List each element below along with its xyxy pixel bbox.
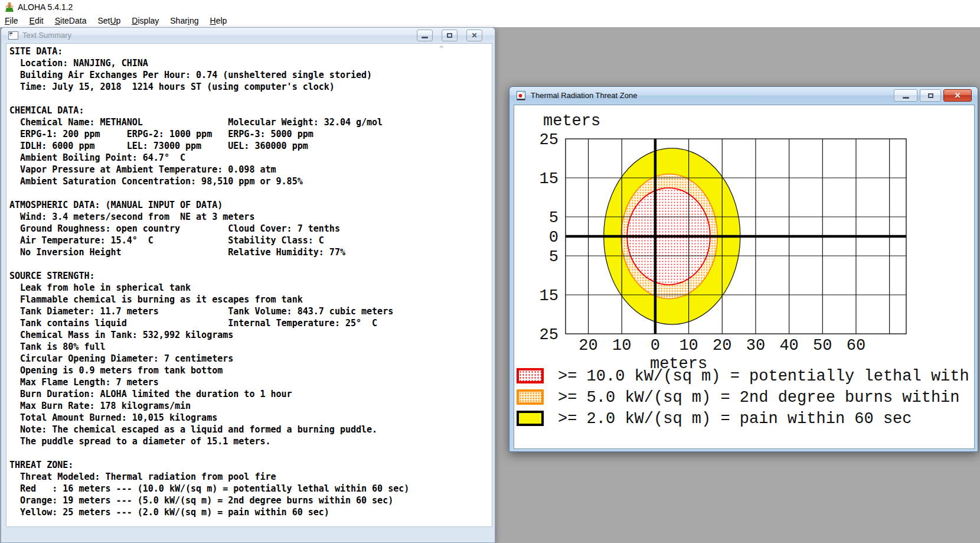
close-icon: ✕ [955, 92, 961, 99]
menu-item-file[interactable]: File [5, 16, 18, 25]
summary-text: SITE DATA: Location: NANJING, CHINA Buil… [9, 45, 409, 518]
y-tick-label: 25 [540, 326, 558, 344]
maximize-icon [447, 33, 452, 38]
minimize-button[interactable] [894, 89, 917, 102]
app-titlebar[interactable]: ALOHA 5.4.1.2 [0, 0, 980, 14]
menu-item-sharing[interactable]: Sharing [170, 16, 198, 25]
maximize-icon [928, 93, 933, 98]
close-button[interactable]: ✕ [466, 30, 482, 41]
minimize-button[interactable] [417, 30, 433, 41]
x-tick-label: 20 [579, 337, 597, 355]
y-tick-label: 25 [540, 131, 558, 149]
text-summary-titlebar[interactable]: Text Summary ✕ [1, 28, 495, 43]
y-tick-label: 15 [540, 170, 558, 188]
x-tick-label: 10 [612, 337, 631, 355]
menu-item-edit[interactable]: Edit [30, 16, 44, 25]
app-window-top: ALOHA 5.4.1.2 FileEditSiteDataSetUpDispl… [0, 0, 980, 27]
menu-item-help[interactable]: Help [210, 16, 227, 25]
maximize-button[interactable] [442, 30, 458, 41]
x-tick-label: 20 [713, 337, 731, 355]
scroll-up-arrow[interactable]: ^ [439, 45, 443, 53]
desktop: ALOHA 5.4.1.2 FileEditSiteDataSetUpDispl… [0, 0, 980, 543]
threat-zone-legend: >= 10.0 kW/(sq m) = potentially lethal w… [517, 368, 971, 438]
menu-item-display[interactable]: Display [132, 16, 159, 25]
legend-swatch-orange [517, 389, 544, 405]
threat-zone-title: Thermal Radiation Threat Zone [531, 91, 637, 100]
y-tick-label: 15 [540, 287, 558, 305]
y-tick-label: 5 [549, 248, 558, 266]
text-summary-window-icon [8, 31, 18, 40]
legend-swatch-red [517, 368, 544, 383]
text-summary-title: Text Summary [22, 31, 71, 40]
x-tick-label: 40 [779, 337, 798, 355]
aloha-app-icon [5, 2, 14, 12]
x-tick-label: 0 [651, 337, 660, 355]
legend-label-yellow: >= 2.0 kW/(sq m) = pain within 60 sec [558, 410, 912, 428]
minimize-icon [903, 97, 909, 99]
x-tick-label: 60 [847, 337, 865, 355]
maximize-button[interactable] [920, 89, 941, 102]
threat-zone-window-icon [517, 91, 527, 100]
close-button[interactable]: ✕ [943, 89, 972, 102]
x-tick-label: 50 [813, 337, 832, 355]
x-tick-label: 10 [679, 337, 698, 355]
app-title: ALOHA 5.4.1.2 [18, 2, 73, 12]
menu-item-setup[interactable]: SetUp [97, 16, 120, 25]
legend-label-orange: >= 5.0 kW/(sq m) = 2nd degree burns with… [558, 389, 960, 407]
y-tick-label: 5 [549, 209, 558, 227]
y-tick-label: 0 [549, 229, 558, 246]
legend-swatch-yellow [517, 411, 544, 426]
threat-zone-titlebar[interactable]: Thermal Radiation Threat Zone ✕ [509, 87, 978, 105]
close-icon: ✕ [471, 32, 477, 39]
minimize-icon [422, 37, 428, 38]
menu-item-sitedata[interactable]: SiteData [55, 16, 87, 25]
text-summary-window: Text Summary ✕ SITE DATA: Location: NANJ… [1, 27, 495, 543]
threat-zone-chart: 2010010203040506025155051525metersmeters [520, 106, 971, 373]
menubar: FileEditSiteDataSetUpDisplaySharingHelp [0, 14, 980, 27]
x-tick-label: 30 [746, 337, 765, 355]
text-summary-content: SITE DATA: Location: NANJING, CHINA Buil… [6, 43, 492, 527]
legend-label-red: >= 10.0 kW/(sq m) = potentially lethal w… [558, 368, 969, 385]
y-axis-unit-label: meters [543, 112, 600, 130]
